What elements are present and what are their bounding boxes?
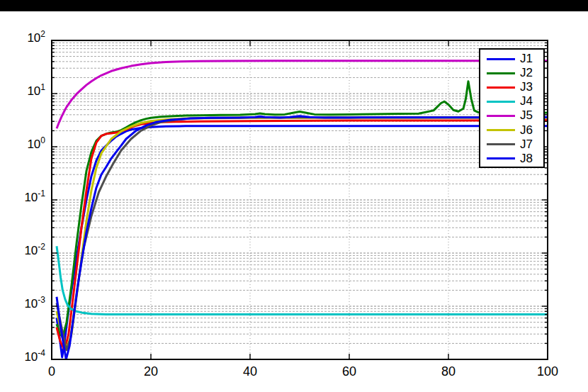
x-tick-label: 20 [130, 364, 172, 379]
legend-line-sample [487, 86, 515, 89]
legend-item: J4 [480, 94, 543, 108]
x-tick-label: 100 [526, 364, 569, 379]
legend-item: J6 [480, 123, 543, 137]
legend-label: J8 [520, 152, 533, 166]
grid-lines [52, 40, 548, 359]
matlab-figure: 102 101 100 10-1 10-2 10-3 10-4 0 20 40 … [0, 0, 588, 392]
legend-label: J6 [520, 123, 533, 138]
legend-line-sample [487, 157, 515, 159]
x-tick-label: 40 [229, 364, 271, 379]
y-tick-label: 10-1 [9, 191, 45, 205]
legend-line-sample [487, 72, 515, 74]
legend-item: J7 [480, 138, 543, 152]
y-tick-label: 101 [9, 84, 45, 99]
legend-item: J1 [480, 52, 543, 66]
legend-line-sample [487, 129, 515, 131]
legend-box: J1 J2 J3 J4 J5 J6 J7 J8 [479, 48, 545, 168]
x-tick-label: 80 [427, 364, 470, 379]
y-tick-label: 10-2 [9, 244, 45, 258]
legend-label: J2 [520, 66, 533, 80]
legend-label: J3 [520, 80, 533, 94]
legend-item: J8 [480, 152, 543, 166]
legend-label: J1 [520, 52, 533, 66]
x-tick-label: 0 [30, 364, 73, 379]
legend-item: J5 [480, 108, 543, 123]
y-tick-label: 100 [9, 138, 45, 152]
y-tick-label: 102 [9, 31, 45, 45]
legend-item: J2 [480, 66, 543, 80]
y-tick-label: 10-4 [9, 350, 45, 364]
legend-label: J7 [520, 138, 533, 152]
legend-line-sample [487, 143, 515, 145]
y-tick-label: 10-3 [9, 297, 45, 311]
legend-line-sample [487, 101, 515, 103]
legend-label: J5 [520, 108, 533, 123]
x-tick-label: 60 [328, 364, 371, 379]
legend-line-sample [487, 115, 515, 117]
legend-item: J3 [480, 80, 543, 94]
series-line-J4 [57, 246, 548, 314]
legend-line-sample [487, 58, 515, 60]
legend-label: J4 [520, 94, 533, 108]
series-line-J8 [57, 116, 548, 359]
